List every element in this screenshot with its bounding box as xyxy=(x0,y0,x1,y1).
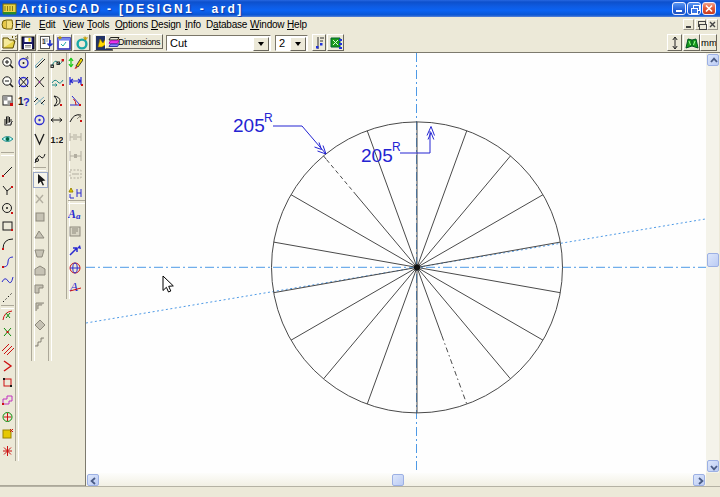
svg-text:a: a xyxy=(76,211,81,221)
svg-text:1: 1 xyxy=(42,38,46,45)
svg-text:R: R xyxy=(392,140,401,154)
svg-text:205: 205 xyxy=(361,145,393,166)
svg-text:mm: mm xyxy=(701,37,716,48)
svg-text:?: ? xyxy=(23,96,30,108)
svg-text:R: R xyxy=(264,111,273,125)
svg-text:205: 205 xyxy=(233,115,265,136)
svg-text:A: A xyxy=(68,207,76,221)
svg-text:1:2: 1:2 xyxy=(51,135,64,145)
